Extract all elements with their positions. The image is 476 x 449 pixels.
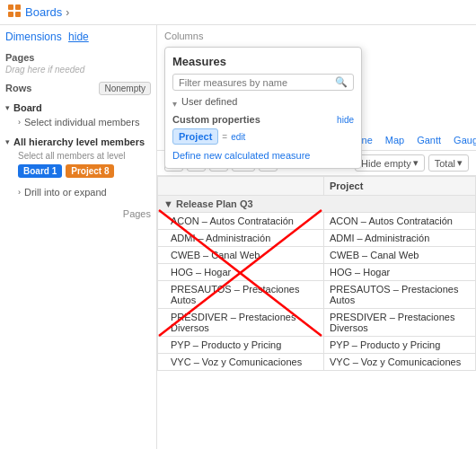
pages-footer-label: Pages: [123, 208, 151, 219]
drill-item[interactable]: › Drill into or expand: [18, 185, 151, 199]
row1-col2: ACON – Autos Contratación: [324, 213, 476, 230]
measures-hide-link[interactable]: hide: [337, 115, 354, 125]
board-tree-item: ▾ Board › Select individual members: [5, 101, 151, 129]
col1-header: [158, 177, 324, 196]
dimensions-toggle[interactable]: Dimensions hide: [5, 31, 151, 43]
row1-col1: ACON – Autos Contratación: [158, 213, 324, 230]
tab-map[interactable]: Map: [382, 133, 408, 147]
select-individual-chevron: ›: [18, 118, 21, 127]
table-row: VYC – Voz y Comunicaciones VYC – Voz y C…: [158, 354, 476, 371]
select-individual-item[interactable]: › Select individual members: [18, 115, 151, 129]
row8-col1: VYC – Voz y Comunicaciones: [158, 354, 324, 371]
row2-col2: ADMI – Administración: [324, 230, 476, 247]
row4-col1: HOG – Hogar: [158, 264, 324, 281]
release-plan-label: Release Plan Q3: [176, 198, 253, 209]
main-layout: Dimensions hide Pages Drag here if neede…: [0, 25, 476, 449]
row7-col2: PYP – Producto y Pricing: [324, 337, 476, 354]
all-hierarchy-header[interactable]: ▾ All hierarchy level members: [5, 135, 151, 149]
table-row: PRESDIVER – Prestaciones Diversos PRESDI…: [158, 309, 476, 337]
total-button[interactable]: Total ▾: [428, 154, 469, 172]
row2-col1: ADMI – Administración: [158, 230, 324, 247]
pages-footer: Pages: [5, 208, 151, 219]
row6-col2: PRESDIVER – Prestaciones Diversos: [324, 309, 476, 337]
user-defined-label: User defined: [180, 96, 237, 107]
select-all-label: Select all members at level: [18, 151, 151, 161]
project8-badge[interactable]: Project 8: [66, 164, 114, 178]
hide-empty-button[interactable]: Hide empty ▾: [355, 154, 425, 172]
all-hierarchy-label: All hierarchy level members: [13, 136, 145, 147]
nonempty-badge[interactable]: Nonempty: [99, 82, 151, 95]
hide-empty-label: Hide empty: [361, 158, 411, 169]
row5-col1: PRESAUTOS – Prestaciones Autos: [158, 281, 324, 309]
all-hierarchy-item: ▾ All hierarchy level members Select all…: [5, 135, 151, 178]
table-row: CWEB – Canal Web CWEB – Canal Web: [158, 247, 476, 264]
custom-props-row: Custom properties hide: [172, 114, 354, 125]
project-badge[interactable]: Project: [172, 128, 218, 145]
edit-link[interactable]: edit: [231, 132, 245, 142]
svg-rect-2: [8, 12, 13, 17]
board1-badge[interactable]: Board 1: [18, 164, 62, 178]
row5-col2: PRESAUTOS – Prestaciones Autos: [324, 281, 476, 309]
drill-chevron: ›: [18, 188, 21, 197]
data-table: Project ▼ Release Plan Q3 ACON – Autos C…: [157, 176, 476, 371]
measures-search-box[interactable]: 🔍: [172, 74, 354, 91]
measures-title: Measures: [172, 55, 354, 68]
row3-col1: CWEB – Canal Web: [158, 247, 324, 264]
rows-label: Rows: [5, 83, 31, 93]
breadcrumb-chevron: ›: [66, 6, 69, 19]
row7-col1: PYP – Producto y Pricing: [158, 337, 324, 354]
table-row: PYP – Producto y Pricing PYP – Producto …: [158, 337, 476, 354]
user-defined-chevron: ▾: [172, 99, 177, 109]
table-container: Project ▼ Release Plan Q3 ACON – Autos C…: [157, 176, 476, 449]
svg-rect-1: [15, 4, 21, 10]
col2-header: Project: [324, 177, 476, 196]
table-row: HOG – Hogar HOG – Hogar: [158, 264, 476, 281]
board-chevron-icon: ▾: [5, 103, 10, 112]
row8-col2: VYC – Voz y Comunicaciones: [324, 354, 476, 371]
define-calculated-link[interactable]: Define new calculated measure: [172, 150, 354, 161]
dimensions-label: Dimensions: [5, 31, 62, 43]
table-row: ADMI – Administración ADMI – Administrac…: [158, 230, 476, 247]
total-label: Total: [435, 158, 455, 169]
table-row: PRESAUTOS – Prestaciones Autos PRESAUTOS…: [158, 281, 476, 309]
columns-label: Columns: [164, 31, 469, 41]
tab-gauge[interactable]: Gauge: [450, 133, 476, 147]
boards-icon: [7, 4, 22, 21]
all-hierarchy-chevron: ▾: [5, 137, 10, 146]
measures-dropdown: Measures 🔍 ▾ User defined Custom propert…: [164, 47, 362, 169]
left-panel: Dimensions hide Pages Drag here if neede…: [0, 25, 157, 449]
custom-props-label: Custom properties: [172, 114, 260, 125]
group-label: ▼: [163, 198, 176, 209]
measures-search-icon: 🔍: [335, 76, 348, 88]
row3-col2: CWEB – Canal Web: [324, 247, 476, 264]
project-row: Project = edit: [172, 128, 354, 145]
boards-link[interactable]: Boards: [25, 5, 62, 19]
row6-col1: PRESDIVER – Prestaciones Diversos: [158, 309, 324, 337]
total-chevron: ▾: [457, 157, 463, 169]
select-individual-label: Select individual members: [24, 117, 139, 128]
hide-empty-chevron: ▾: [413, 157, 419, 169]
board-label: Board: [13, 102, 42, 113]
columns-area: Columns Measures 🔍 ▾ User defined Custom…: [157, 25, 476, 50]
right-panel: Columns Measures 🔍 ▾ User defined Custom…: [157, 25, 476, 449]
svg-rect-3: [15, 12, 21, 17]
pages-section-title: Pages: [5, 52, 151, 63]
measures-search-input[interactable]: [179, 77, 335, 88]
row4-col2: HOG – Hogar: [324, 264, 476, 281]
drag-hint: Drag here if needed: [5, 65, 151, 75]
group-row: ▼ Release Plan Q3: [158, 196, 476, 213]
board-tree-header[interactable]: ▾ Board: [5, 101, 151, 115]
svg-rect-0: [8, 4, 13, 10]
badge-row: Board 1 Project 8: [18, 164, 151, 178]
table-row: ACON – Autos Contratación ACON – Autos C…: [158, 213, 476, 230]
drill-label: Drill into or expand: [24, 187, 107, 198]
dimensions-hide-link[interactable]: hide: [68, 31, 89, 43]
tab-gantt[interactable]: Gantt: [413, 133, 445, 147]
separator: =: [222, 132, 227, 142]
header: Boards ›: [0, 0, 476, 25]
rows-header: Rows Nonempty: [5, 82, 151, 95]
